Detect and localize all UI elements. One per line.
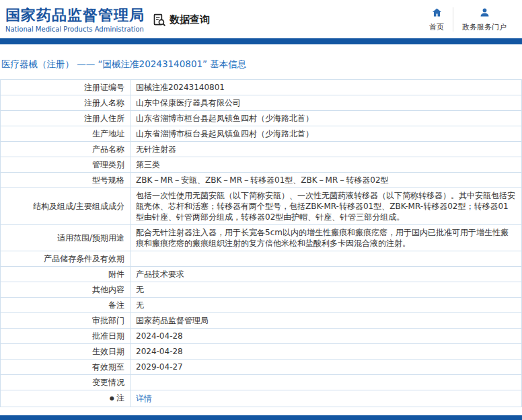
row-value: 山东省淄博市桓台县起凤镇鱼四村（少海路北首） — [130, 126, 522, 142]
document-magnifier-icon — [153, 13, 166, 27]
row-value: 无 — [130, 298, 522, 313]
table-row: 产品储存条件及有效期 — [1, 251, 522, 267]
logo-subtitle: National Medical Products Administration — [5, 26, 145, 33]
row-value: ZBK－MR－安瓿、ZBK－MR－转移器01型、ZBK－MR－转移器02型 — [130, 173, 522, 188]
table-row: 其他内容无 — [1, 282, 522, 298]
row-value: 山东省淄博市桓台县起凤镇鱼四村（少海路北首） — [130, 111, 522, 126]
logo-title: 国家药品监督管理局 — [5, 7, 145, 24]
row-value: 无 — [130, 282, 522, 298]
table-row: ●注详情 — [1, 390, 522, 407]
row-label: 适用范围/预期用途 — [1, 225, 130, 251]
table-row: 备注无 — [1, 298, 522, 313]
table-row: 适用范围/预期用途配合无针注射器注入器，用于长宽各5cm以内的增生性瘢痕和瘢痕疙… — [1, 225, 522, 251]
row-label: 其他内容 — [1, 282, 130, 298]
table-row: 生效日期2024-04-28 — [1, 344, 522, 360]
data-query-label: 数据查询 — [170, 13, 210, 26]
row-label: 备注 — [1, 298, 130, 313]
row-value: 2024-04-28 — [130, 344, 522, 360]
row-value — [130, 375, 522, 390]
page-title-text: 医疗器械（注册） —— “国械注准20243140801” 基本信息 — [1, 58, 246, 69]
row-value: 包括一次性使用无菌安瓿（以下简称安瓿）、一次性无菌药液转移器（以下简称转移器）。… — [130, 188, 522, 225]
site-header: 国家药品监督管理局 National Medical Products Admi… — [0, 0, 522, 38]
table-row: 结构及组成/主要组成成分包括一次性使用无菌安瓿（以下简称安瓿）、一次性无菌药液转… — [1, 188, 522, 225]
row-label: 有效期至 — [1, 360, 130, 375]
table-row: 审批部门国家药品监督管理局 — [1, 313, 522, 329]
table-row: 注册人名称山东中保康医疗器具有限公司 — [1, 95, 522, 111]
table-row: 管理类别第三类 — [1, 157, 522, 173]
table-row: 注册证编号国械注准20243140801 — [1, 80, 522, 95]
row-value: 无针注射器 — [130, 142, 522, 157]
row-value: 2024-04-28 — [130, 329, 522, 344]
row-value: 国家药品监督管理局 — [130, 313, 522, 329]
row-value: 2029-04-27 — [130, 360, 522, 375]
portal-label: 政务服务门户 — [462, 22, 507, 32]
row-label: 产品名称 — [1, 142, 130, 157]
row-label: 型号规格 — [1, 173, 130, 188]
table-row: 变更情况 — [1, 375, 522, 390]
table-row: 生产地址山东省淄博市桓台县起凤镇鱼四村（少海路北首） — [1, 126, 522, 142]
row-label: 注册人名称 — [1, 95, 130, 111]
row-value: 第三类 — [130, 157, 522, 173]
header-accent-bar — [0, 38, 522, 44]
table-row: 型号规格ZBK－MR－安瓿、ZBK－MR－转移器01型、ZBK－MR－转移器02… — [1, 173, 522, 188]
table-row: 有效期至2029-04-27 — [1, 360, 522, 375]
page: 国家药品监督管理局 National Medical Products Admi… — [0, 0, 522, 420]
row-label: 附件 — [1, 267, 130, 282]
row-value: 山东中保康医疗器具有限公司 — [130, 95, 522, 111]
row-label: 管理类别 — [1, 157, 130, 173]
table-row: 附件产品技术要求 — [1, 267, 522, 282]
row-label: 变更情况 — [1, 375, 130, 390]
row-label: 审批部门 — [1, 313, 130, 329]
row-label: 结构及组成/主要组成成分 — [1, 188, 130, 225]
row-label: 注册证编号 — [1, 80, 130, 95]
row-label: 批准日期 — [1, 329, 130, 344]
row-value: 国械注准20243140801 — [130, 80, 522, 95]
row-label: 产品储存条件及有效期 — [1, 251, 130, 267]
table-row: 注册人住所山东省淄博市桓台县起凤镇鱼四村（少海路北首） — [1, 111, 522, 126]
table-row: 产品名称无针注射器 — [1, 142, 522, 157]
header-quick-links: 首页 政务服务门户 — [420, 5, 515, 34]
home-icon — [432, 7, 442, 19]
footer-bar — [0, 415, 522, 420]
page-title: 医疗器械（注册） —— “国械注准20243140801” 基本信息 — [1, 58, 522, 71]
data-query-nav[interactable]: 数据查询 — [153, 13, 210, 27]
row-value: 配合无针注射器注入器，用于长宽各5cm以内的增生性瘢痕和瘢痕疙瘩，用于国内已批准… — [130, 225, 522, 251]
row-label: 生产地址 — [1, 126, 130, 142]
row-label: ●注 — [1, 390, 130, 407]
home-link[interactable]: 首页 — [420, 5, 453, 34]
row-value: 产品技术要求 — [130, 267, 522, 282]
portal-link[interactable]: 政务服务门户 — [453, 5, 515, 34]
row-value — [130, 251, 522, 267]
note-dot-icon: ● — [110, 395, 114, 401]
user-icon — [480, 7, 490, 19]
nmpa-logo[interactable]: 国家药品监督管理局 National Medical Products Admi… — [5, 7, 145, 32]
detail-link[interactable]: 详情 — [136, 394, 152, 403]
table-row: 批准日期2024-04-28 — [1, 329, 522, 344]
home-label: 首页 — [429, 22, 444, 32]
row-value: 详情 — [130, 390, 522, 407]
row-label: 注册人住所 — [1, 111, 130, 126]
row-label: 生效日期 — [1, 344, 130, 360]
info-table: 注册证编号国械注准20243140801注册人名称山东中保康医疗器具有限公司注册… — [0, 79, 522, 407]
